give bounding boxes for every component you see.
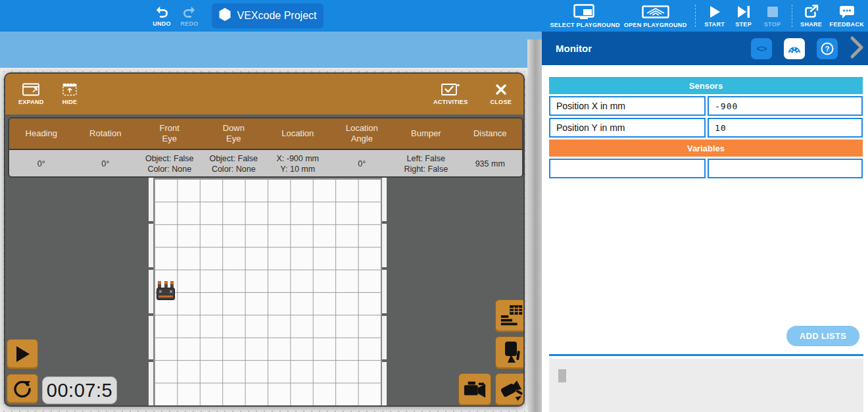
dashboard-view-button[interactable] xyxy=(784,38,805,59)
dashboard-value-cell: 0° xyxy=(330,150,395,178)
variables-empty-row xyxy=(549,159,863,178)
video-camera-icon xyxy=(462,378,487,401)
open-playground-button[interactable]: OPEN PLAYGROUND xyxy=(622,4,689,28)
stop-icon xyxy=(766,5,779,19)
expand-icon xyxy=(22,83,39,96)
dashboard-value-cell: 935 mm xyxy=(458,150,523,178)
sensor-dashboard-table: HeadingRotationFrontEyeDownEyeLocationLo… xyxy=(8,117,523,178)
dashboard-column-header: FrontEye xyxy=(137,118,202,149)
sensor-label: Position X in mm xyxy=(549,96,706,116)
share-label: SHARE xyxy=(800,21,822,28)
dashboard-value-cell: Object: FalseColor: None xyxy=(137,150,202,178)
play-button[interactable] xyxy=(7,339,38,369)
robot-view-icon xyxy=(500,340,523,365)
add-lists-button[interactable]: ADD LISTS xyxy=(786,326,859,346)
stop-button[interactable]: STOP xyxy=(760,5,786,28)
start-button[interactable]: START xyxy=(702,5,728,28)
monitor-sensor-row: Position Y in mm10 xyxy=(549,118,863,138)
close-label: CLOSE xyxy=(490,99,512,105)
reset-button[interactable] xyxy=(7,374,38,404)
robot-detail-right xyxy=(170,290,172,293)
start-icon xyxy=(708,5,721,19)
console-area[interactable] xyxy=(549,359,863,412)
dashboard-value-cell: Object: FalseColor: None xyxy=(202,150,266,178)
robot-view-button[interactable] xyxy=(495,336,525,369)
redo-button[interactable]: REDO xyxy=(176,5,203,27)
toolbar-separator-2 xyxy=(792,5,792,27)
gauge-icon xyxy=(787,42,802,55)
code-view-button[interactable]: <> xyxy=(751,38,772,59)
hide-icon xyxy=(62,83,77,96)
monitor-table: Sensors Position X in mm-900Position Y i… xyxy=(549,77,863,180)
vertical-scrollbar[interactable] xyxy=(527,39,542,412)
start-label: START xyxy=(704,21,725,28)
chevron-right-icon xyxy=(847,35,865,60)
activities-label: ACTIVITIES xyxy=(433,99,468,105)
data-lists-button[interactable] xyxy=(495,299,525,332)
step-button[interactable]: STEP xyxy=(731,5,757,28)
field-grid xyxy=(153,178,382,407)
robot-body xyxy=(157,288,175,300)
camera-button[interactable] xyxy=(495,373,525,406)
monitor-sensor-row: Position X in mm-900 xyxy=(549,96,863,116)
video-camera-button[interactable] xyxy=(458,373,491,406)
monitor-divider xyxy=(549,354,863,356)
monitor-sensor-rows: Position X in mm-900Position Y in mm10 xyxy=(549,96,863,138)
share-button[interactable]: SHARE xyxy=(798,5,825,28)
field-wall-right xyxy=(382,178,387,407)
help-button[interactable]: ? xyxy=(817,38,838,59)
help-icon: ? xyxy=(820,41,834,56)
camera-icon xyxy=(499,377,524,402)
hide-button[interactable]: HIDE xyxy=(62,83,78,105)
robot-stripe xyxy=(158,296,173,297)
share-icon xyxy=(804,5,819,19)
dashboard-value-cell: 0° xyxy=(9,150,74,178)
activities-icon xyxy=(441,83,460,96)
dashboard-header-row: HeadingRotationFrontEyeDownEyeLocationLo… xyxy=(9,118,522,149)
block-palette-strip xyxy=(0,32,542,68)
sensor-label: Position Y in mm xyxy=(549,118,706,138)
activities-button[interactable]: ACTIVITIES xyxy=(433,83,468,105)
open-playground-icon xyxy=(642,4,669,20)
robot-detail-left xyxy=(159,290,162,293)
monitor-header: Monitor <> ? xyxy=(542,32,868,65)
svg-text:?: ? xyxy=(825,45,830,53)
feedback-icon xyxy=(839,5,855,19)
expand-button[interactable]: EXPAND xyxy=(18,83,44,105)
dashboard-column-header: Rotation xyxy=(74,118,138,149)
project-title-button[interactable]: VEXcode Project xyxy=(212,3,324,28)
dashboard-value-cell: 0° xyxy=(74,150,138,178)
play-icon xyxy=(14,345,31,363)
select-playground-button[interactable]: SELECT PLAYGROUND xyxy=(548,4,622,28)
timer-value: 00:07:5 xyxy=(47,380,112,401)
project-title: VEXcode Project xyxy=(237,10,317,22)
data-lists-icon xyxy=(499,303,524,328)
dashboard-value-cell: Left: FalseRight: False xyxy=(394,150,458,178)
expand-label: EXPAND xyxy=(18,99,44,105)
stop-label: STOP xyxy=(764,21,781,28)
feedback-button[interactable]: FEEDBACK xyxy=(830,5,864,28)
code-icon: <> xyxy=(756,43,767,54)
step-icon xyxy=(736,5,751,19)
dashboard-column-header: DownEye xyxy=(202,118,266,149)
dashboard-column-header: Distance xyxy=(458,118,523,149)
dashboard-value-row: 0°0°Object: FalseColor: NoneObject: Fals… xyxy=(9,150,522,178)
monitor-title: Monitor xyxy=(556,43,592,54)
field-wall-left xyxy=(149,178,153,407)
robot-sensor xyxy=(164,281,168,288)
playground-window-header: EXPAND HIDE ACTIVITIES xyxy=(5,74,523,115)
collapse-panel-button[interactable] xyxy=(847,35,865,63)
step-label: STEP xyxy=(735,21,752,28)
robot[interactable] xyxy=(156,281,176,301)
feedback-label: FEEDBACK xyxy=(830,21,864,28)
dashboard-column-header: Bumper xyxy=(394,118,458,149)
dashboard-column-header: Location xyxy=(266,118,330,149)
undo-icon xyxy=(155,5,169,18)
timer-display: 00:07:5 xyxy=(42,376,117,404)
undo-label: UNDO xyxy=(153,20,171,27)
undo-button[interactable]: UNDO xyxy=(149,5,175,27)
console-cursor xyxy=(558,369,566,382)
sensor-value: 10 xyxy=(708,118,863,138)
toolbar-separator xyxy=(695,5,696,27)
close-button[interactable]: CLOSE xyxy=(490,83,512,105)
